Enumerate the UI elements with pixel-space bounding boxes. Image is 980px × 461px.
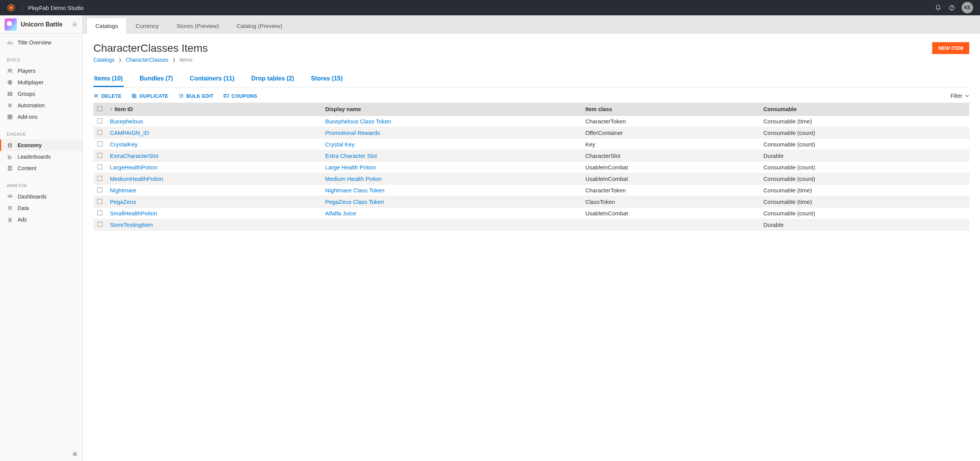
bulk-edit-button[interactable]: BULK EDIT (178, 93, 214, 99)
crumb-characterclasses[interactable]: CharacterClasses (126, 57, 168, 63)
notifications-icon[interactable] (931, 1, 945, 15)
tab-stores-preview[interactable]: Stores (Preview) (168, 18, 228, 34)
consumable-cell: Consumable (time) (760, 185, 969, 196)
user-avatar[interactable]: KE (962, 2, 973, 13)
sidebar-item-automation[interactable]: Automation (0, 100, 82, 111)
display-name-link[interactable]: Bucephelous Class Token (325, 118, 391, 125)
subtab-droptables[interactable]: Drop tables (2) (250, 71, 295, 87)
leaderboards-icon (7, 154, 13, 159)
item-id-link[interactable]: ExtraCharacterSlot (110, 153, 158, 159)
items-table: ↑Item ID Display name Item class Consuma… (93, 103, 969, 231)
row-checkbox[interactable] (97, 199, 102, 204)
sidebar: Unicorn Battle Title Overview BUILD Play… (0, 15, 83, 461)
select-all-checkbox[interactable] (97, 106, 102, 111)
title-logo-icon (5, 18, 17, 31)
sidebar-item-overview[interactable]: Title Overview (0, 37, 82, 48)
item-id-link[interactable]: PegaZeus (110, 199, 136, 205)
col-consumable[interactable]: Consumable (760, 103, 969, 116)
consumable-cell: Consumable (time) (760, 116, 969, 127)
chevron-right-icon: ❯ (118, 57, 122, 62)
consumable-cell: Consumable (time) (760, 196, 969, 208)
display-name-link[interactable]: PegaZeus Class Token (325, 199, 384, 205)
svg-point-4 (74, 24, 75, 25)
item-class-cell: CharacterSlot (581, 150, 760, 162)
new-item-button[interactable]: NEW ITEM (932, 42, 969, 54)
sidebar-item-leaderboards[interactable]: Leaderboards (0, 151, 82, 162)
sidebar-item-label: Title Overview (18, 39, 51, 46)
tab-catalog-preview[interactable]: Catalog (Preview) (228, 18, 291, 34)
svg-rect-13 (8, 117, 10, 119)
sidebar-item-players[interactable]: Players (0, 65, 82, 77)
display-name-link[interactable]: Large Health Potion (325, 164, 376, 171)
duplicate-button[interactable]: DUPLICATE (131, 93, 168, 99)
item-id-link[interactable]: Bucephelous (110, 118, 143, 125)
row-checkbox[interactable] (97, 153, 102, 158)
sidebar-item-groups[interactable]: Groups (0, 88, 82, 100)
item-id-link[interactable]: CAMPAIGN_ID (110, 130, 149, 136)
row-checkbox[interactable] (97, 187, 102, 192)
svg-rect-18 (132, 94, 135, 97)
item-class-cell: Key (581, 139, 760, 150)
ads-icon (7, 217, 13, 222)
svg-rect-14 (10, 117, 12, 119)
coupons-button[interactable]: COUPONS (224, 93, 257, 99)
col-display-name[interactable]: Display name (322, 103, 581, 116)
row-checkbox[interactable] (97, 176, 102, 181)
sidebar-item-label: Content (18, 165, 36, 171)
subtab-stores[interactable]: Stores (15) (310, 71, 343, 87)
subtab-items[interactable]: Items (10) (93, 71, 124, 87)
item-class-cell: UsableInCombat (581, 173, 760, 185)
sidebar-item-addons[interactable]: Add-ons (0, 111, 82, 123)
col-item-id[interactable]: ↑Item ID (106, 103, 322, 116)
display-name-link[interactable]: Alfalfa Juice (325, 210, 356, 217)
item-id-link[interactable]: MediumHealthPotion (110, 176, 163, 182)
addons-icon (7, 114, 13, 120)
display-name-link[interactable]: Crystal Key (325, 141, 355, 148)
subtab-bundles[interactable]: Bundles (7) (139, 71, 174, 87)
section-build: BUILD (0, 54, 82, 65)
svg-point-15 (8, 143, 12, 145)
help-icon[interactable] (945, 1, 959, 15)
collapse-sidebar-icon[interactable] (72, 451, 78, 457)
bulk-edit-label: BULK EDIT (186, 93, 214, 99)
sidebar-item-content[interactable]: Content (0, 162, 82, 174)
sidebar-item-data[interactable]: Data (0, 202, 82, 214)
sidebar-item-label: Automation (18, 102, 45, 108)
tab-catalogs[interactable]: Catalogs (87, 18, 127, 34)
sidebar-item-ads[interactable]: Ads (0, 214, 82, 225)
chevron-down-icon (965, 94, 969, 98)
sidebar-item-economy[interactable]: Economy (0, 139, 82, 151)
display-name-link[interactable]: Medium Health Potion (325, 176, 382, 182)
display-name-link[interactable]: Promotional Rewards (325, 130, 380, 136)
svg-point-3 (951, 9, 952, 9)
crumb-catalogs[interactable]: Catalogs (93, 57, 114, 63)
row-checkbox[interactable] (97, 210, 102, 215)
playfab-logo-icon[interactable] (7, 3, 15, 12)
title-header[interactable]: Unicorn Battle (0, 15, 82, 34)
row-checkbox[interactable] (97, 118, 102, 123)
studio-name[interactable]: PlayFab Demo Studio (28, 5, 84, 11)
row-checkbox[interactable] (97, 141, 102, 146)
sidebar-item-label: Leaderboards (18, 154, 51, 160)
sidebar-item-multiplayer[interactable]: Multiplayer (0, 77, 82, 88)
gear-icon[interactable] (72, 21, 78, 28)
item-class-cell: OfferContainer (581, 127, 760, 139)
delete-button[interactable]: DELETE (93, 93, 121, 99)
row-checkbox[interactable] (97, 130, 102, 135)
item-id-link[interactable]: Nightmare (110, 187, 136, 194)
tab-currency[interactable]: Currency (127, 18, 168, 34)
sidebar-item-dashboards[interactable]: Dashboards (0, 191, 82, 202)
display-name-link[interactable]: Extra Character Slot (325, 153, 377, 159)
row-checkbox[interactable] (97, 164, 102, 169)
item-id-link[interactable]: StoreTestingItem (110, 221, 153, 228)
item-id-link[interactable]: LargeHealthPotion (110, 164, 157, 171)
filter-dropdown[interactable]: Filter (951, 93, 969, 99)
display-name-link[interactable]: Nightmare Class Token (325, 187, 385, 194)
col-item-class[interactable]: Item class (581, 103, 760, 116)
duplicate-label: DUPLICATE (139, 93, 168, 99)
row-checkbox[interactable] (97, 222, 102, 227)
item-id-link[interactable]: SmallHealthPotion (110, 210, 157, 217)
filter-label: Filter (951, 93, 962, 99)
item-id-link[interactable]: CrystalKey (110, 141, 138, 148)
subtab-containers[interactable]: Containers (11) (189, 71, 235, 87)
